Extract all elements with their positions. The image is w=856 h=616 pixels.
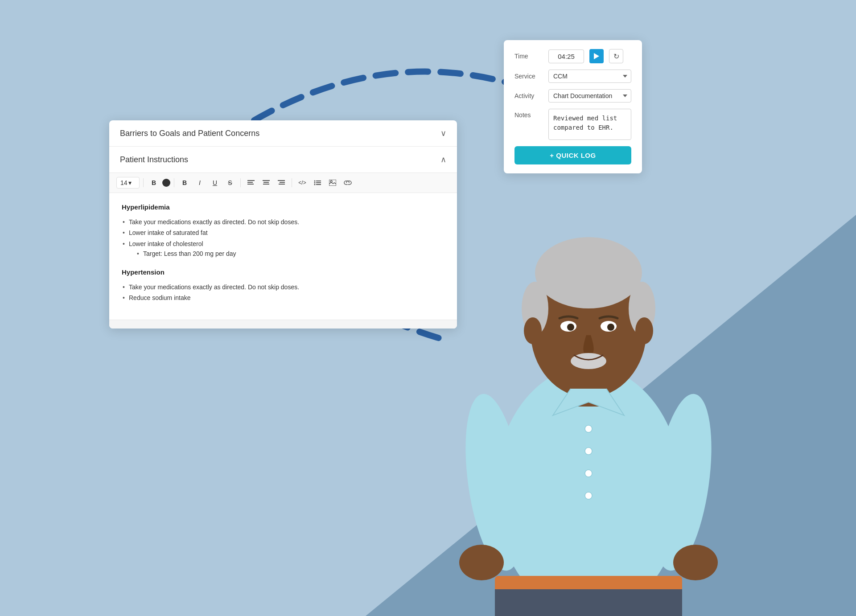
svg-point-24 <box>524 317 542 344</box>
list-item: Take your medications exactly as directe… <box>122 217 444 227</box>
svg-point-40 <box>673 545 718 580</box>
toolbar-divider-4 <box>292 178 292 187</box>
svg-point-31 <box>585 425 592 432</box>
svg-rect-7 <box>280 182 285 183</box>
list-item: Lower intake of saturated fat <box>122 228 444 238</box>
hypertension-list: Take your medications exactly as directe… <box>122 282 444 303</box>
editor-toolbar: 14 ▾ B B I U S </> <box>109 173 457 193</box>
font-size-selector[interactable]: 14 ▾ <box>116 177 140 189</box>
toolbar-divider-3 <box>240 178 241 187</box>
service-row: Service CCM BHI TCM PCM <box>514 70 631 83</box>
activity-select-wrapper: Chart Documentation Care Coordination Pa… <box>548 89 631 103</box>
heading-hypertension: Hypertension <box>122 267 444 278</box>
toolbar-divider-2 <box>174 178 174 187</box>
align-right-button[interactable] <box>275 177 288 189</box>
list-item-nested: Target: Less than 200 mg per day <box>129 249 444 259</box>
bold-button[interactable]: B <box>147 177 160 189</box>
svg-point-32 <box>585 448 592 455</box>
time-row: Time ↻ <box>514 49 631 63</box>
hyperlipidemia-list: Take your medications exactly as directe… <box>122 217 444 259</box>
time-label: Time <box>514 53 543 60</box>
list-item: Lower intake of cholesterol Target: Less… <box>122 239 444 259</box>
color-picker[interactable] <box>162 179 170 187</box>
svg-rect-36 <box>495 589 682 616</box>
align-left-button[interactable] <box>244 177 258 189</box>
svg-rect-5 <box>263 184 269 185</box>
link-button[interactable] <box>341 177 354 189</box>
svg-rect-3 <box>263 180 270 181</box>
align-center-button[interactable] <box>259 177 273 189</box>
svg-point-28 <box>567 324 574 331</box>
time-input[interactable] <box>548 49 584 63</box>
image-button[interactable] <box>326 177 339 189</box>
heading-hyperlipidemia: Hyperlipidemia <box>122 202 444 213</box>
service-select-wrapper: CCM BHI TCM PCM <box>548 70 631 83</box>
svg-rect-1 <box>247 182 253 183</box>
refresh-button[interactable]: ↻ <box>609 49 623 63</box>
underline-button[interactable]: U <box>208 177 222 189</box>
activity-select[interactable]: Chart Documentation Care Coordination Pa… <box>548 89 631 103</box>
barriers-section-header[interactable]: Barriers to Goals and Patient Concerns ∨ <box>109 120 457 147</box>
list-button[interactable] <box>311 177 324 189</box>
strikethrough-button[interactable]: S <box>223 177 237 189</box>
svg-rect-8 <box>279 184 285 185</box>
svg-point-9 <box>314 181 316 182</box>
list-item: Reduce sodium intake <box>122 293 444 303</box>
svg-rect-12 <box>316 182 321 183</box>
svg-rect-15 <box>329 180 336 186</box>
code-button[interactable]: </> <box>296 177 309 189</box>
service-select[interactable]: CCM BHI TCM PCM <box>548 70 631 83</box>
svg-rect-10 <box>316 181 321 181</box>
list-item: Take your medications exactly as directe… <box>122 282 444 292</box>
activity-row: Activity Chart Documentation Care Coordi… <box>514 89 631 103</box>
editor-content[interactable]: Hyperlipidemia Take your medications exa… <box>109 193 457 320</box>
svg-point-34 <box>585 492 592 499</box>
svg-point-30 <box>571 353 606 369</box>
patient-instructions-label: Patient Instructions <box>120 155 188 164</box>
svg-point-33 <box>585 470 592 477</box>
svg-point-21 <box>535 237 642 308</box>
svg-point-29 <box>607 324 614 331</box>
italic-button[interactable]: I <box>193 177 206 189</box>
svg-rect-4 <box>263 182 269 183</box>
svg-point-39 <box>459 545 504 580</box>
svg-rect-14 <box>316 184 321 185</box>
svg-rect-2 <box>247 184 254 185</box>
play-button[interactable] <box>589 49 604 63</box>
editor-card: Barriers to Goals and Patient Concerns ∨… <box>109 120 457 329</box>
service-label: Service <box>514 73 543 80</box>
svg-point-13 <box>314 184 316 185</box>
bold-format-button[interactable]: B <box>178 177 191 189</box>
activity-label: Activity <box>514 92 543 99</box>
notes-label: Notes <box>514 109 543 119</box>
patient-instructions-section-header[interactable]: Patient Instructions ∧ <box>109 147 457 173</box>
barriers-section-label: Barriers to Goals and Patient Concerns <box>120 129 259 138</box>
svg-rect-6 <box>278 180 285 181</box>
toolbar-divider-1 <box>143 178 144 187</box>
editor-bottom-bar <box>109 320 457 329</box>
svg-rect-0 <box>247 180 255 181</box>
svg-marker-17 <box>594 53 599 59</box>
patient-illustration <box>437 126 740 616</box>
svg-point-11 <box>314 182 316 184</box>
svg-point-25 <box>635 317 653 344</box>
